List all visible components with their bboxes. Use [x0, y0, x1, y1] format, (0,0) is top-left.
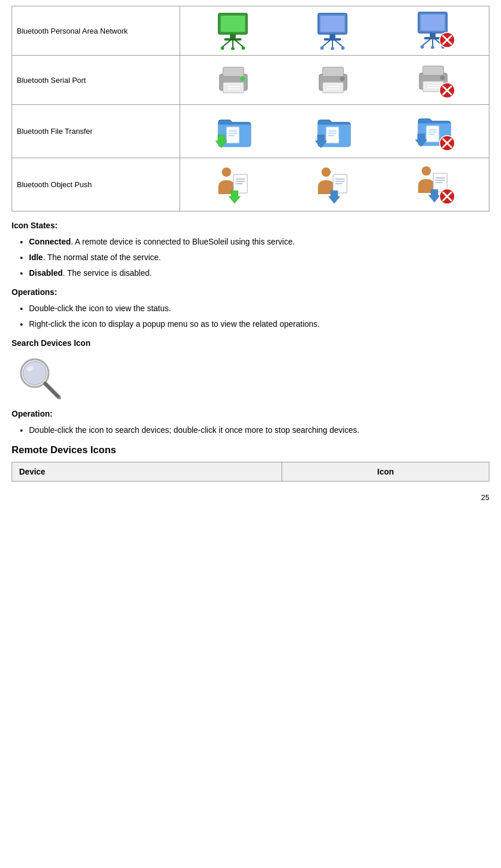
idle-text: . The normal state of the service. [43, 253, 161, 262]
serial-port-icons-cell [180, 56, 489, 105]
icon-column-header: Icon [282, 462, 489, 482]
icon-state-disabled: Disabled. The service is disabled. [29, 267, 489, 279]
operation-list: Double-click the icon to search devices;… [29, 424, 489, 436]
svg-rect-12 [330, 34, 335, 39]
table-row-serial-port: Bluetooth Serial Port [12, 56, 489, 105]
svg-rect-36 [226, 86, 240, 87]
svg-rect-1 [221, 16, 245, 32]
svg-point-78 [321, 167, 331, 177]
serial-connected-icon [214, 61, 255, 99]
svg-rect-49 [426, 87, 440, 89]
serial-idle-icon [313, 61, 355, 99]
serial-disabled-icon [414, 60, 455, 98]
svg-point-8 [231, 47, 235, 50]
file-transfer-label: Bluetooth File Transfer [12, 105, 180, 158]
svg-rect-11 [320, 16, 345, 32]
remote-devices-table: Device Icon [12, 462, 489, 482]
device-column-header: Device [12, 462, 282, 482]
page-number: 25 [12, 493, 489, 502]
connected-text: . A remote device is connected to BlueSo… [71, 237, 295, 246]
pan-label: Bluetooth Personal Area Network [12, 6, 180, 56]
service-icons-table: Bluetooth Personal Area Network [12, 6, 489, 211]
connected-label: Connected [29, 237, 71, 246]
svg-point-28 [431, 46, 434, 49]
pan-disabled-icon-wrapper [414, 11, 455, 50]
svg-rect-37 [226, 88, 240, 90]
object-push-disabled-wrapper [414, 163, 455, 206]
svg-rect-54 [226, 127, 239, 143]
operations-heading: Operations: [12, 287, 489, 297]
svg-point-19 [341, 46, 345, 50]
svg-rect-64 [426, 126, 439, 142]
table-row-file-transfer: Bluetooth File Transfer [12, 105, 489, 158]
file-transfer-icons-cell [180, 105, 489, 158]
operation-2: Right-click the icon to display a popup … [29, 318, 489, 330]
svg-rect-34 [223, 67, 244, 76]
disabled-label: Disabled [29, 268, 63, 278]
svg-line-97 [45, 384, 58, 396]
pan-icons-cell [180, 6, 489, 56]
svg-point-18 [331, 47, 334, 50]
svg-point-38 [240, 76, 245, 81]
table-row-pan: Bluetooth Personal Area Network [12, 6, 489, 56]
svg-point-9 [242, 46, 245, 50]
disabled-text: . The service is disabled. [63, 268, 152, 278]
object-push-icons-cell [180, 158, 489, 211]
table-row-object-push: Bluetooth Object Push [12, 158, 489, 211]
svg-point-7 [221, 46, 224, 50]
svg-rect-2 [230, 34, 236, 39]
svg-point-27 [420, 45, 424, 49]
icon-state-connected: Connected. A remote device is connected … [29, 236, 489, 248]
search-devices-heading: Search Devices Icon [12, 338, 489, 348]
operations-list: Double-click the icon to view the status… [29, 302, 489, 330]
svg-rect-43 [326, 88, 340, 90]
serial-port-label: Bluetooth Serial Port [12, 56, 180, 105]
operation-heading: Operation: [12, 409, 489, 418]
magnifier-icon [17, 356, 61, 399]
icon-state-idle: Idle. The normal state of the service. [29, 251, 489, 264]
icon-states-list: Connected. A remote device is connected … [29, 236, 489, 279]
svg-point-44 [340, 76, 345, 81]
svg-point-84 [422, 166, 431, 176]
idle-label: Idle [29, 253, 43, 262]
serial-disabled-wrapper [414, 60, 455, 100]
operation-search-item: Double-click the icon to search devices;… [29, 424, 489, 436]
svg-rect-22 [430, 33, 436, 38]
object-push-disabled-icon [414, 163, 455, 205]
remote-devices-heading: Remote Devices Icons [12, 444, 489, 456]
operation-1: Double-click the icon to view the status… [29, 302, 489, 315]
file-transfer-disabled-icon [414, 110, 455, 151]
svg-rect-46 [423, 66, 444, 75]
pan-disabled-icon [414, 11, 455, 49]
pan-idle-icon [313, 12, 355, 50]
svg-rect-59 [326, 127, 339, 143]
svg-point-94 [23, 362, 46, 385]
file-transfer-connected-icon [214, 111, 255, 152]
svg-rect-48 [426, 85, 440, 86]
svg-point-72 [222, 167, 231, 177]
object-push-idle-icon [313, 164, 355, 206]
pan-connected-icon [214, 12, 255, 50]
svg-rect-42 [326, 86, 340, 87]
svg-point-50 [440, 75, 445, 80]
object-push-connected-icon [214, 164, 255, 206]
object-push-label: Bluetooth Object Push [12, 158, 180, 211]
icon-states-heading: Icon States: [12, 221, 489, 230]
svg-rect-21 [420, 14, 445, 31]
svg-point-17 [320, 46, 324, 50]
file-transfer-idle-icon [313, 111, 355, 152]
remote-table-header-row: Device Icon [12, 462, 489, 482]
file-transfer-disabled-wrapper [414, 110, 455, 153]
search-icon-display [17, 356, 489, 401]
svg-rect-40 [323, 67, 343, 76]
